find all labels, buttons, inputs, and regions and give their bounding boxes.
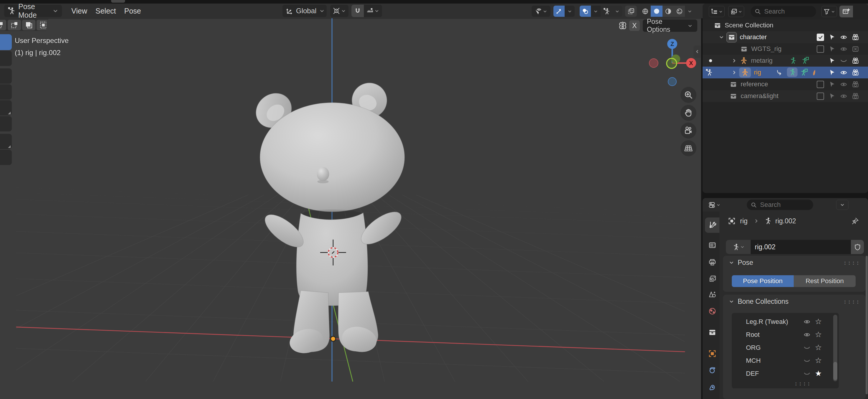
collection-checkbox-unchecked[interactable] [817, 93, 824, 100]
tool-move-button[interactable] [0, 84, 12, 100]
zoom-button[interactable] [681, 87, 696, 103]
tab-view-layer[interactable] [705, 271, 719, 287]
properties-search-input[interactable] [760, 201, 810, 209]
pose-position-button[interactable]: Pose Position [732, 275, 794, 287]
panel-collapse-chevron-icon[interactable] [728, 298, 735, 305]
list-scrollbar-track[interactable] [833, 315, 837, 381]
menu-select[interactable]: Select [91, 7, 120, 15]
navigation-gizmo[interactable]: Z X [646, 36, 700, 91]
render-camera-icon[interactable] [851, 69, 860, 77]
editor-type-dropdown[interactable] [709, 6, 725, 17]
list-resize-grip[interactable]: :::: [794, 380, 811, 387]
tool-measure-button[interactable] [0, 150, 12, 165]
visible-eye-icon[interactable] [803, 318, 811, 326]
tab-render[interactable] [705, 237, 719, 253]
outliner-search-box[interactable] [751, 6, 816, 17]
camera-view-button[interactable] [681, 123, 696, 138]
fake-user-shield-button[interactable] [851, 240, 864, 254]
solo-star-icon[interactable]: ☆ [815, 330, 822, 339]
tool-annotate-button[interactable] [0, 134, 12, 149]
hide-eye-icon[interactable] [840, 69, 848, 77]
render-disabled-camera-icon[interactable] [851, 45, 860, 53]
tab-scene[interactable] [705, 287, 719, 302]
properties-scrollbar[interactable] [866, 256, 868, 394]
editor-type-dropdown[interactable] [707, 199, 722, 210]
pose-panel-title[interactable]: Pose [738, 259, 753, 267]
id-type-dropdown[interactable] [726, 240, 751, 254]
shading-wireframe-toggle[interactable] [640, 6, 651, 17]
new-collection-button[interactable] [839, 6, 853, 18]
3d-viewport-canvas[interactable] [0, 18, 701, 399]
menu-pose[interactable]: Pose [120, 7, 145, 15]
selectable-cursor-icon[interactable] [828, 69, 836, 77]
hidden-eye-closed-icon[interactable] [840, 57, 848, 65]
hide-eye-icon[interactable] [840, 33, 848, 41]
tool-rotate-button[interactable] [0, 100, 12, 115]
bone-collection-row[interactable]: DEF ★ [732, 367, 839, 380]
tab-object[interactable] [705, 346, 719, 361]
panel-drag-grip[interactable]: :::: [843, 298, 860, 305]
shading-rendered-toggle[interactable] [674, 6, 685, 17]
tab-constraints[interactable] [705, 362, 719, 378]
menu-view[interactable]: View [67, 7, 91, 15]
collection-checkbox-checked[interactable] [817, 34, 824, 41]
selectable-cursor-icon[interactable] [828, 45, 836, 53]
data-name-input[interactable] [751, 243, 851, 251]
outliner-row-character[interactable]: character [703, 31, 868, 43]
bone-collection-row[interactable]: Leg.R (Tweak) ☆ [732, 315, 839, 328]
tool-transform-button[interactable] [0, 116, 12, 131]
hidden-eye-closed-icon[interactable] [803, 357, 811, 365]
overlays-dropdown[interactable] [591, 6, 600, 17]
sidebar-collapse-tab[interactable] [693, 45, 701, 58]
xray-toggle[interactable] [625, 6, 637, 17]
hide-eye-icon[interactable] [840, 92, 848, 100]
pin-icon[interactable] [851, 217, 859, 225]
solo-star-icon[interactable]: ☆ [815, 343, 822, 352]
tab-collection[interactable] [705, 325, 719, 340]
render-camera-icon[interactable] [851, 57, 860, 65]
pose-overlay-dropdown[interactable] [612, 6, 622, 17]
outliner-row-camera-light[interactable]: camera&light [703, 90, 868, 102]
visibility-dropdown[interactable] [532, 6, 551, 17]
pose-options-dropdown[interactable]: Pose Options [643, 20, 697, 32]
shading-dropdown[interactable] [685, 6, 694, 17]
solo-star-icon-active[interactable]: ★ [815, 369, 822, 378]
solo-star-icon[interactable]: ☆ [815, 356, 822, 365]
tab-output[interactable] [705, 255, 719, 270]
selectable-cursor-icon[interactable] [828, 57, 836, 65]
bone-collection-row[interactable]: ORG ☆ [732, 341, 839, 354]
visible-eye-icon[interactable] [803, 331, 811, 339]
expand-chevron-right-icon[interactable] [731, 58, 737, 64]
tool-select-box-button[interactable] [0, 51, 12, 66]
selectable-cursor-icon[interactable] [828, 33, 836, 41]
properties-options-dropdown[interactable] [836, 200, 848, 210]
render-camera-icon[interactable] [851, 80, 860, 89]
tab-tool[interactable] [705, 218, 719, 233]
render-camera-icon[interactable] [851, 33, 860, 41]
outliner-row-rig-selected[interactable]: rig [703, 67, 868, 78]
pan-hand-button[interactable] [681, 105, 696, 121]
collection-checkbox-unchecked[interactable] [817, 45, 824, 53]
render-camera-icon[interactable] [851, 92, 860, 100]
bone-collection-row[interactable]: MCH ☆ [732, 354, 839, 367]
pivot-point-dropdown[interactable] [330, 5, 348, 17]
tool-cursor-button[interactable] [0, 68, 12, 84]
panel-drag-grip[interactable]: :::: [843, 259, 860, 266]
properties-search-box[interactable] [747, 199, 813, 210]
bone-collection-row[interactable]: Root ☆ [732, 328, 839, 341]
expand-chevron-right-icon[interactable] [731, 69, 737, 76]
hidden-eye-closed-icon[interactable] [803, 344, 811, 352]
shading-material-toggle[interactable] [662, 6, 674, 17]
snap-magnet-toggle[interactable] [351, 5, 364, 17]
shading-solid-toggle[interactable] [651, 6, 662, 17]
filter-dropdown[interactable] [822, 6, 837, 17]
outliner-row-metarig[interactable]: metarig [703, 55, 868, 67]
tab-object-data[interactable] [705, 379, 719, 394]
tab-world[interactable] [705, 303, 719, 319]
hidden-eye-closed-icon[interactable] [803, 370, 811, 377]
breadcrumb-object-name[interactable]: rig [740, 217, 748, 225]
selectable-cursor-icon[interactable] [828, 80, 836, 89]
display-mode-dropdown[interactable] [728, 6, 744, 17]
show-overlays-toggle[interactable] [580, 6, 591, 17]
collection-checkbox-unchecked[interactable] [817, 81, 824, 88]
